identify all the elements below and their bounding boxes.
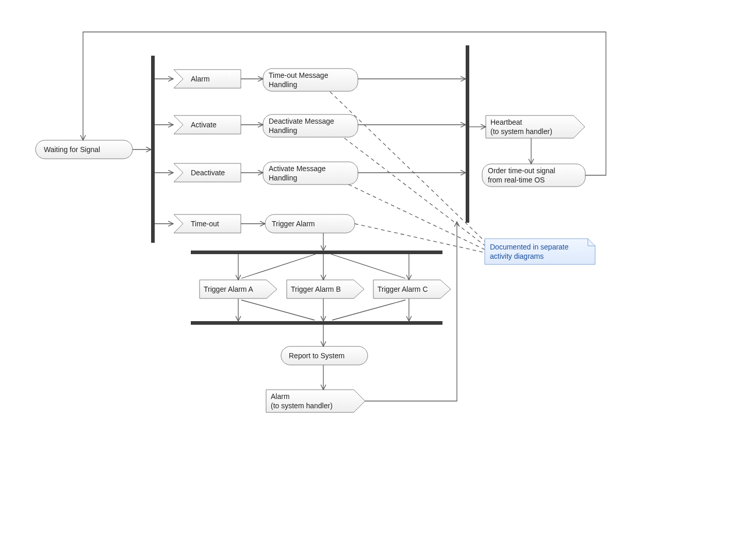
heartbeat-l2: (to system handler) [490, 127, 552, 136]
send-heartbeat: Heartbeat (to system handler) [486, 115, 585, 138]
activity-deactivate-handling: Deactivate Message Handling [263, 114, 358, 137]
trigger-c-label: Trigger Alarm C [377, 285, 428, 293]
activity-order-timeout: Order time-out signal from real-time OS [482, 164, 585, 187]
send-trigger-alarm-b: Trigger Alarm B [287, 280, 364, 298]
signal-alarm-label: Alarm [191, 75, 210, 83]
signal-timeout: Time-out [174, 214, 241, 233]
signal-activate-label: Activate [191, 121, 217, 129]
deact-handling-l1: Deactivate Message [269, 117, 334, 125]
activity-activate-handling: Activate Message Handling [263, 162, 358, 185]
send-trigger-alarm-c: Trigger Alarm C [373, 280, 451, 298]
act-handling-l1: Activate Message [269, 164, 326, 173]
timeout-handling-l2: Handling [269, 80, 297, 89]
send-trigger-alarm-a: Trigger Alarm A [200, 280, 277, 298]
signal-deactivate: Deactivate [174, 163, 241, 182]
heartbeat-l1: Heartbeat [490, 118, 522, 126]
activity-diagram: Waiting for Signal Alarm Activate Deacti… [0, 0, 756, 533]
alarm-handler-l2: (to system handler) [271, 402, 333, 410]
signal-activate: Activate [174, 115, 241, 134]
report-label: Report to System [289, 352, 344, 360]
join-bar-horiz-bottom [191, 321, 442, 325]
signal-deactivate-label: Deactivate [191, 169, 225, 177]
note-documented: Documented in separate activity diagrams [485, 239, 595, 264]
signal-timeout-label: Time-out [191, 220, 219, 228]
timeout-handling-l1: Time-out Message [269, 71, 328, 79]
order-timeout-l1: Order time-out signal [488, 166, 555, 175]
trigger-b-label: Trigger Alarm B [291, 285, 341, 293]
deact-handling-l2: Handling [269, 126, 297, 135]
join-bar-right [466, 45, 469, 223]
note-l2: activity diagrams [490, 252, 544, 260]
fork-bar-horiz-top [191, 251, 442, 254]
order-timeout-l2: from real-time OS [488, 176, 545, 184]
signal-alarm: Alarm [174, 70, 241, 88]
alarm-handler-l1: Alarm [271, 392, 290, 401]
activity-report-to-system: Report to System [281, 346, 368, 365]
fork-bar-left [151, 56, 155, 243]
note-l1: Documented in separate [490, 243, 569, 251]
act-handling-l2: Handling [269, 174, 297, 182]
activity-timeout-handling: Time-out Message Handling [263, 69, 358, 91]
trigger-alarm-label: Trigger Alarm [272, 220, 315, 228]
send-alarm-to-handler: Alarm (to system handler) [266, 390, 365, 412]
activity-trigger-alarm: Trigger Alarm [265, 214, 355, 233]
activity-waiting-for-signal: Waiting for Signal [36, 140, 133, 159]
trigger-a-label: Trigger Alarm A [204, 285, 254, 293]
waiting-label: Waiting for Signal [44, 145, 100, 154]
